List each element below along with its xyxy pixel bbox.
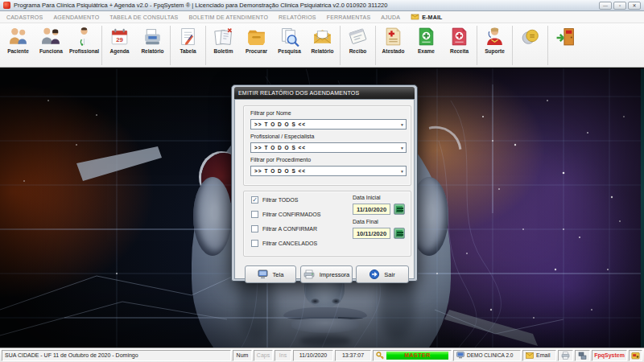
toolbar-boletim[interactable]: Boletim xyxy=(207,24,240,54)
checkbox-unchecked-icon xyxy=(251,211,258,218)
status-printer-button[interactable] xyxy=(558,350,573,361)
menu-bar: CADASTROS AGENDAMENTO TABELA DE CONSULTA… xyxy=(0,11,644,23)
toolbar-relatorio-agenda[interactable]: Relatório xyxy=(136,24,169,54)
menu-ajuda[interactable]: AJUDA xyxy=(381,14,400,20)
sair-button[interactable]: Sair xyxy=(356,265,409,283)
toolbar-recibo[interactable]: Recibo xyxy=(341,24,374,54)
toolbar-separator xyxy=(101,26,102,65)
toolbar-tabela[interactable]: Tabela xyxy=(171,24,204,54)
start-date-calendar-button[interactable] xyxy=(394,204,405,215)
menu-agendamento[interactable]: AGENDAMENTO xyxy=(53,14,99,20)
status-num-lock: Num xyxy=(233,350,252,361)
filter-name-combobox[interactable]: >> T O D O S << ▼ xyxy=(250,119,407,130)
start-date-field[interactable]: 11/10/2020 xyxy=(353,204,390,215)
checkbox-filtrar-todos[interactable]: ✓ Filtrar TODOS xyxy=(251,196,298,204)
desktop-background: EMITIR RELATÓRIO DOS AGENDAMENTOS Filtra… xyxy=(0,68,644,348)
toolbar-separator xyxy=(170,26,171,65)
toolbar-separator xyxy=(547,26,548,65)
toolbar-receita[interactable]: Receita xyxy=(443,24,476,54)
status-user-panel: MASTER xyxy=(373,350,452,361)
procedure-combobox[interactable]: >> T O D O S << ▼ xyxy=(250,166,407,176)
network-monitor-icon xyxy=(578,352,587,360)
app-logo-icon xyxy=(3,2,10,9)
end-date-calendar-button[interactable] xyxy=(394,228,405,239)
toolbar-separator xyxy=(340,26,341,65)
toolbar-separator xyxy=(477,26,477,65)
maximize-button[interactable]: ▫ xyxy=(613,2,626,10)
toolbar-separator xyxy=(205,26,206,65)
status-insert: Ins xyxy=(275,350,291,361)
exit-door-icon xyxy=(555,26,576,47)
status-location: SUA CIDADE - UF 11 de Outubro de 2020 - … xyxy=(2,350,231,361)
printer-icon xyxy=(303,269,315,279)
status-clinic-name: DEMO CLINICA 2.0 xyxy=(467,352,513,358)
status-clinic-panel: DEMO CLINICA 2.0 xyxy=(453,350,521,361)
toolbar-paciente[interactable]: Paciente xyxy=(2,24,35,54)
close-button[interactable]: ✕ xyxy=(628,2,641,10)
toolbar-relatorio-pesquisa[interactable]: Relatório xyxy=(306,24,339,54)
envelope-icon xyxy=(526,352,534,359)
status-brand: FpqSystem xyxy=(592,350,627,361)
toolbar-profissional[interactable]: Profissional xyxy=(68,24,101,54)
toolbar-exame[interactable]: Exame xyxy=(410,24,443,54)
status-time: 13:37:07 xyxy=(335,350,371,361)
end-date-field[interactable]: 10/11/2020 xyxy=(353,228,390,239)
status-user-badge: MASTER xyxy=(386,352,448,360)
chevron-down-icon: ▼ xyxy=(400,169,404,174)
table-page-icon xyxy=(177,26,199,47)
patients-icon xyxy=(7,26,29,47)
impressora-button[interactable]: Impressora xyxy=(300,265,353,283)
application-window: Programa Para Clínica Psiquiátrica + Age… xyxy=(0,0,644,362)
dialog-title-bar[interactable]: EMITIR RELATÓRIO DOS AGENDAMENTOS xyxy=(234,87,415,99)
report-dialog: EMITIR RELATÓRIO DOS AGENDAMENTOS Filtra… xyxy=(231,84,418,282)
toolbar-separator xyxy=(375,26,376,65)
background-edge-strip xyxy=(641,68,644,348)
prescription-page-icon xyxy=(448,26,470,47)
staff-icon xyxy=(40,26,62,47)
toolbar-suporte[interactable]: Suporte xyxy=(478,24,511,54)
key-icon xyxy=(376,352,384,360)
menu-tabela-de-consultas[interactable]: TABELA DE CONSULTAS xyxy=(109,14,178,20)
menu-cadastros[interactable]: CADASTROS xyxy=(6,14,43,20)
toolbar-agenda[interactable]: 29 Agenda xyxy=(103,24,136,54)
toolbar-moeda[interactable] xyxy=(514,24,547,47)
toolbar-sair[interactable] xyxy=(549,24,582,47)
status-date: 11/10/2020 xyxy=(293,350,333,361)
professional-label: Profissional / Especialista xyxy=(250,134,314,139)
menu-email[interactable]: E-MAIL xyxy=(411,14,442,20)
toolbar-pesquisa[interactable]: Pesquisa xyxy=(273,24,306,54)
status-system-button[interactable] xyxy=(629,350,642,361)
menu-boletim-de-atendimento[interactable]: BOLETIM DE ATENDIMENTO xyxy=(188,14,268,20)
procedure-label: Filtrar por Procedimento xyxy=(250,157,311,162)
chevron-down-icon: ▼ xyxy=(400,146,404,150)
tela-button[interactable]: Tela xyxy=(245,265,296,283)
calendar-icon: 29 xyxy=(109,26,130,47)
checkbox-filtrar-cancelados[interactable]: Filtrar CANCELADOS xyxy=(251,240,317,247)
title-bar[interactable]: Programa Para Clínica Psiquiátrica + Age… xyxy=(0,0,644,11)
search-pages-icon xyxy=(279,26,300,47)
menu-ferramentas[interactable]: FERRAMENTAS xyxy=(327,14,371,20)
window-title: Programa Para Clínica Psiquiátrica + Age… xyxy=(14,2,596,9)
printer-icon xyxy=(561,352,570,360)
checkbox-filtrar-a-confirmar[interactable]: Filtrar A CONFIRMAR xyxy=(251,225,317,232)
toolbar-separator xyxy=(512,26,513,65)
report-envelope-icon xyxy=(312,26,333,47)
professional-combobox[interactable]: >> T O D O S << ▼ xyxy=(250,142,407,153)
report-printer-icon xyxy=(142,26,163,47)
menu-relatorios[interactable]: RELATÓRIOS xyxy=(279,14,316,20)
dialog-title: EMITIR RELATÓRIO DOS AGENDAMENTOS xyxy=(238,90,359,96)
chevron-down-icon: ▼ xyxy=(400,122,404,127)
toolbar-funcionario[interactable]: Funciona xyxy=(35,24,68,54)
support-person-icon xyxy=(484,26,506,47)
toolbar-procurar[interactable]: Procurar xyxy=(240,24,273,54)
email-menu-icon xyxy=(411,14,419,20)
minimize-button[interactable]: — xyxy=(599,2,612,10)
status-network-button[interactable] xyxy=(575,350,590,361)
status-caps-lock: Caps xyxy=(254,350,273,361)
toolbar-atestado[interactable]: Atestado xyxy=(377,24,410,54)
doctor-icon xyxy=(73,26,95,47)
checkbox-filtrar-confirmados[interactable]: Filtrar CONFIRMADOS xyxy=(251,211,320,218)
exit-arrow-icon xyxy=(369,269,379,279)
status-email-button[interactable]: Email xyxy=(522,350,556,361)
exam-page-icon xyxy=(415,26,437,47)
